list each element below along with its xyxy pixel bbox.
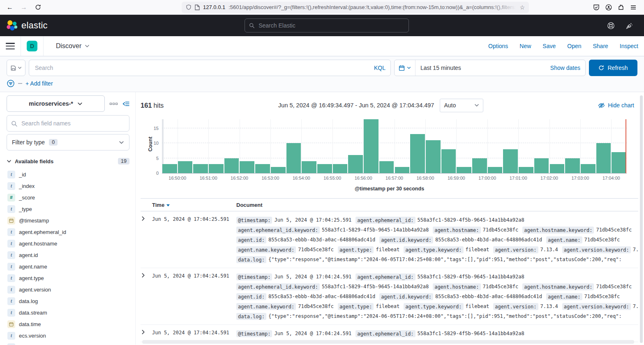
nav-link-inspect[interactable]: Inspect [620, 43, 638, 49]
histogram-bar[interactable] [379, 161, 394, 173]
histogram-bar[interactable] [193, 164, 208, 173]
histogram-bar[interactable] [410, 134, 425, 173]
help-icon[interactable] [607, 22, 615, 30]
histogram-bar[interactable] [534, 158, 549, 173]
histogram-bar[interactable] [255, 164, 270, 173]
field-item-_index[interactable]: t_index [7, 180, 129, 192]
nav-menu-button[interactable] [6, 43, 15, 49]
histogram-bar[interactable] [364, 119, 379, 173]
vertical-scrollbar[interactable] [640, 95, 643, 343]
global-search-input[interactable] [258, 22, 404, 29]
histogram-bar[interactable] [519, 167, 533, 173]
histogram-bar[interactable] [333, 164, 348, 173]
histogram-bar[interactable] [271, 167, 286, 173]
show-dates-button[interactable]: Show dates [550, 65, 585, 71]
histogram-chart[interactable]: Count 051015 16:50:0016:51:0016:52:0016:… [162, 119, 627, 174]
field-item-host.name[interactable]: thost.name [7, 341, 129, 345]
browser-reload-button[interactable] [32, 2, 44, 13]
field-item-agent.ephemeral_id[interactable]: tagent.ephemeral_id [7, 226, 129, 238]
field-item-agent.type[interactable]: tagent.type [7, 272, 129, 284]
histogram-bar[interactable] [596, 143, 611, 173]
kql-search-bar[interactable]: KQL [29, 60, 391, 76]
histogram-bar[interactable] [286, 143, 301, 173]
nav-link-save[interactable]: Save [542, 43, 556, 49]
filter-icon[interactable] [7, 79, 15, 88]
field-value-pair: agent.version.keyword:7.13.4 [562, 303, 638, 309]
field-search-input[interactable] [21, 120, 125, 127]
available-fields-header[interactable]: Available fields 19 [7, 158, 129, 164]
histogram-bar[interactable] [240, 161, 254, 173]
column-header-document[interactable]: Document [236, 202, 263, 208]
field-item-data.log[interactable]: tdata.log [7, 295, 129, 307]
histogram-bar[interactable] [178, 161, 193, 173]
elastic-brand[interactable]: elastic [6, 19, 48, 32]
histogram-bar[interactable] [457, 167, 471, 173]
horizontal-scrollbar[interactable] [142, 340, 634, 344]
field-item-_type[interactable]: t_type [7, 203, 129, 215]
browser-forward-button[interactable]: → [18, 2, 30, 13]
field-name-chip: agent.ephemeral_id: [355, 273, 415, 280]
field-item-agent.name[interactable]: tagent.name [7, 261, 129, 272]
global-search[interactable] [245, 19, 409, 32]
hide-chart-button[interactable]: Hide chart [598, 102, 634, 109]
menu-icon[interactable] [630, 4, 637, 11]
breadcrumb-app-title[interactable]: Discover [56, 42, 90, 50]
collapse-sidebar-icon[interactable] [122, 101, 129, 107]
field-item-ecs.version[interactable]: tecs.version [7, 330, 129, 341]
kql-search-input[interactable] [34, 64, 367, 72]
histogram-bar[interactable] [162, 164, 177, 173]
field-item-@timestamp[interactable]: @timestamp [7, 215, 129, 226]
histogram-bar[interactable] [302, 161, 316, 173]
interval-select[interactable]: Auto [440, 99, 483, 112]
histogram-bar[interactable] [317, 164, 332, 173]
histogram-bar[interactable] [581, 164, 596, 173]
browser-back-button[interactable]: ← [4, 2, 16, 13]
nav-link-options[interactable]: Options [488, 43, 508, 49]
saved-query-menu-button[interactable] [7, 60, 25, 76]
field-item-_id[interactable]: t_id [7, 169, 129, 180]
field-item-agent.hostname[interactable]: tagent.hostname [7, 238, 129, 249]
histogram-bar[interactable] [472, 158, 487, 173]
filter-by-type-select[interactable]: Filter by type 0 [7, 134, 129, 151]
expand-row-button[interactable] [141, 215, 152, 264]
field-item-agent.id[interactable]: tagent.id [7, 249, 129, 261]
histogram-bar[interactable] [503, 149, 518, 173]
field-settings-button[interactable] [110, 103, 118, 105]
histogram-bar[interactable] [348, 155, 363, 173]
field-item-data.time[interactable]: data.time [7, 318, 129, 330]
field-search[interactable] [7, 115, 129, 132]
query-language-button[interactable]: KQL [371, 65, 385, 71]
expand-row-button[interactable] [141, 272, 152, 321]
field-item-_score[interactable]: #_score [7, 192, 129, 203]
url-bar[interactable]: 127.0.0.1:5601/app/discover#/?_g=(filter… [182, 2, 529, 13]
bookmark-star-icon[interactable]: ☆ [519, 4, 525, 11]
add-filter-button[interactable]: + Add filter [25, 80, 53, 87]
histogram-bar[interactable] [612, 152, 626, 173]
histogram-bar[interactable] [550, 164, 565, 173]
space-avatar[interactable]: D [27, 41, 37, 51]
histogram-bar[interactable] [488, 167, 503, 173]
index-pattern-select[interactable]: microservices-* [7, 95, 105, 112]
nav-link-new[interactable]: New [519, 43, 531, 49]
account-icon[interactable] [605, 4, 612, 11]
histogram-bar[interactable] [565, 158, 580, 173]
extensions-icon[interactable] [618, 4, 624, 11]
expand-row-button[interactable] [141, 329, 152, 338]
histogram-bar[interactable] [224, 158, 239, 173]
date-quick-select-button[interactable] [395, 60, 415, 76]
refresh-button[interactable]: Refresh [589, 60, 637, 76]
histogram-bar[interactable] [426, 140, 441, 173]
column-header-time[interactable]: Time [152, 202, 236, 208]
histogram-plot-area[interactable]: 051015 [162, 119, 627, 174]
field-item-agent.version[interactable]: tagent.version [7, 284, 129, 295]
nav-link-open[interactable]: Open [567, 43, 581, 49]
histogram-bar[interactable] [209, 164, 224, 173]
time-range-display[interactable]: Last 15 minutes [415, 65, 550, 71]
field-value: 855c8a53-ebbb-4b3d-a0ac-648806adc41d [435, 294, 542, 299]
nav-link-share[interactable]: Share [593, 43, 608, 49]
shield-check-icon[interactable] [593, 4, 600, 11]
histogram-bar[interactable] [395, 167, 410, 173]
field-item-data.stream[interactable]: tdata.stream [7, 307, 129, 318]
news-icon[interactable] [626, 22, 633, 30]
histogram-bar[interactable] [441, 149, 456, 173]
